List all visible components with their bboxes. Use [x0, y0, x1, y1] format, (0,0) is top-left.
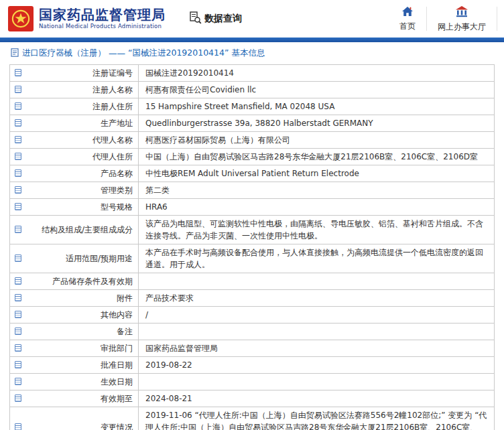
row-label-text: 审批部门: [101, 344, 133, 353]
row-value: [139, 374, 495, 390]
row-label-text: 产品储存条件及有效期: [52, 277, 133, 286]
site-header: 国家药品监督管理局 National Medical Products Admi…: [0, 0, 504, 38]
table-row: 注册人住所 15 Hampshire Street Mansfield, MA …: [10, 98, 495, 115]
nav-service-hall[interactable]: 网上办事大厅: [427, 5, 497, 33]
table-row: 代理人住所 中国（上海）自由贸易试验区马吉路28号东华金融大厦21层2106B室…: [10, 149, 495, 165]
row-value: 15 Hampshire Street Mansfield, MA 02048 …: [139, 98, 495, 115]
table-row: 批准日期 2019-08-22: [10, 357, 495, 374]
row-item-icon: [15, 119, 21, 127]
table-row: 管理类别 第二类: [10, 182, 495, 199]
page-title: “国械注进20192010414” 基本信息: [128, 48, 265, 59]
table-row: 适用范围/预期用途 本产品在手术时与高频设备配合使用，与人体直接接触，为高频电流…: [10, 244, 495, 273]
row-label: 型号规格: [10, 199, 139, 216]
breadcrumb-separator: ——: [109, 48, 125, 58]
row-item-icon: [15, 344, 21, 352]
nav-home-label: 首页: [399, 21, 416, 32]
row-item-icon: [15, 186, 21, 194]
info-table-body: 注册证编号 国械注进20192010414 注册人名称 柯惠有限责任公司Covi…: [10, 65, 495, 430]
row-value: /: [139, 307, 495, 324]
row-label-text: 注册人名称: [92, 85, 133, 94]
row-item-icon: [15, 203, 21, 210]
row-label-text: 其他内容: [101, 310, 133, 319]
header-accent-bar: [0, 38, 504, 42]
table-row: 其他内容 /: [10, 307, 495, 324]
table-row: 附件 产品技术要求: [10, 290, 495, 307]
row-value: HRA6: [139, 199, 495, 216]
table-row: 变更情况 2019-11-06 “代理人住所:中国（上海）自由贸易试验区法赛路5…: [10, 407, 495, 430]
row-value: 该产品为电阻型、可监测软性中性电极，由隔离纸、导电压敏胶、铝箔、基衬和舌片组成。…: [139, 216, 495, 244]
row-label-text: 注册证编号: [92, 68, 133, 78]
row-label-text: 生产地址: [101, 119, 133, 128]
breadcrumb: 进口医疗器械（注册） —— “国械注进20192010414” 基本信息: [0, 42, 504, 63]
row-label: 注册证编号: [10, 65, 139, 82]
nav-hall-label: 网上办事大厅: [438, 21, 486, 33]
row-label: 适用范围/预期用途: [10, 244, 139, 273]
row-value: Quedlinburgerstrasse 39a, 38820 Halberst…: [139, 115, 495, 132]
row-item-icon: [15, 86, 21, 93]
row-label-text: 变更情况: [101, 423, 133, 430]
row-label: 代理人名称: [10, 132, 139, 149]
row-label: 结构及组成/主要组成成分: [10, 216, 139, 244]
row-value: 国械注进20192010414: [139, 65, 495, 82]
row-label: 生效日期: [10, 374, 139, 390]
table-row: 结构及组成/主要组成成分 该产品为电阻型、可监测软性中性电极，由隔离纸、导电压敏…: [10, 216, 495, 244]
data-query-label: 数据查询: [204, 13, 242, 25]
row-item-icon: [15, 423, 21, 430]
registration-info-table: 注册证编号 国械注进20192010414 注册人名称 柯惠有限责任公司Covi…: [9, 64, 495, 430]
row-label-text: 附件: [117, 293, 133, 303]
row-value: 国家药品监督管理局: [139, 340, 495, 357]
row-label: 代理人住所: [10, 149, 139, 165]
data-query-section[interactable]: 数据查询: [188, 11, 242, 27]
row-label-text: 代理人住所: [92, 152, 133, 161]
row-item-icon: [15, 361, 21, 368]
row-label: 批准日期: [10, 357, 139, 374]
page: 国家药品监督管理局 National Medical Products Admi…: [0, 0, 504, 430]
row-label-text: 产品名称: [101, 169, 133, 178]
row-label-text: 代理人名称: [92, 135, 133, 145]
building-icon: [455, 5, 468, 19]
row-item-icon: [15, 255, 21, 262]
table-row: 注册人名称 柯惠有限责任公司Covidien llc: [10, 82, 495, 98]
document-icon: [11, 48, 19, 59]
row-label-text: 结构及组成/主要组成成分: [42, 225, 133, 234]
table-row: 审批部门 国家药品监督管理局: [10, 340, 495, 357]
row-label-text: 备注: [117, 327, 133, 336]
national-emblem-logo: [8, 6, 34, 31]
row-value: [139, 324, 495, 340]
home-icon: [401, 6, 414, 19]
table-row: 生产地址 Quedlinburgerstrasse 39a, 38820 Hal…: [10, 115, 495, 132]
row-label: 有效期至: [10, 390, 139, 407]
row-item-icon: [15, 169, 21, 177]
table-row: 产品储存条件及有效期: [10, 273, 495, 290]
row-label-text: 批准日期: [101, 360, 133, 370]
row-label: 注册人住所: [10, 98, 139, 115]
row-label: 备注: [10, 324, 139, 340]
row-label-text: 型号规格: [101, 202, 133, 212]
nav-home[interactable]: 首页: [389, 6, 426, 32]
row-value: 2019-08-22: [139, 357, 495, 374]
breadcrumb-category[interactable]: 进口医疗器械（注册）: [22, 48, 106, 59]
row-item-icon: [15, 102, 21, 110]
table-row: 有效期至 2024-08-21: [10, 390, 495, 407]
row-label: 产品储存条件及有效期: [10, 273, 139, 290]
row-item-icon: [15, 277, 21, 285]
row-label-text: 管理类别: [101, 186, 133, 195]
row-value: 柯惠有限责任公司Covidien llc: [139, 82, 495, 98]
row-value: 柯惠医疗器材国际贸易（上海）有限公司: [139, 132, 495, 149]
org-names: 国家药品监督管理局 National Medical Products Admi…: [39, 7, 166, 29]
row-value: 2019-11-06 “代理人住所:中国（上海）自由贸易试验区法赛路556号2幢…: [139, 407, 495, 430]
table-row: 备注: [10, 324, 495, 340]
row-label: 注册人名称: [10, 82, 139, 98]
table-row: 型号规格 HRA6: [10, 199, 495, 216]
row-value: 2024-08-21: [139, 390, 495, 407]
row-item-icon: [15, 226, 21, 233]
table-row: 产品名称 中性电极REM Adult Universal Patient Ret…: [10, 165, 495, 182]
table-row: 代理人名称 柯惠医疗器材国际贸易（上海）有限公司: [10, 132, 495, 149]
table-row: 注册证编号 国械注进20192010414: [10, 65, 495, 82]
table-row: 生效日期: [10, 374, 495, 390]
org-name-cn: 国家药品监督管理局: [39, 7, 166, 22]
row-value: 中性电极REM Adult Universal Patient Return E…: [139, 165, 495, 182]
row-item-icon: [15, 153, 21, 160]
row-item-icon: [15, 311, 21, 318]
row-item-icon: [15, 136, 21, 143]
